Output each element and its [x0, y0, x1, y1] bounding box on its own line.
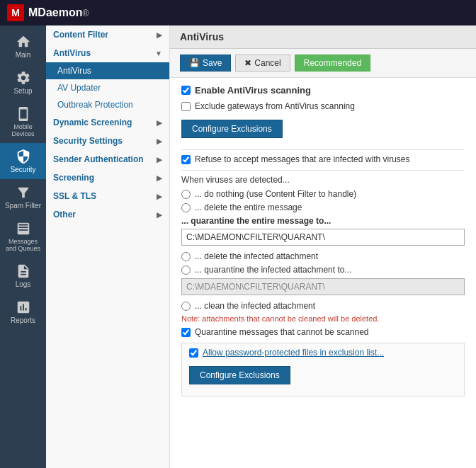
save-button[interactable]: 💾 Save — [180, 55, 231, 72]
quarantine-label: ... quarantine the entire message to... — [181, 216, 465, 226]
sidebar-item-messages[interactable]: Messages and Queues — [0, 215, 46, 258]
sidebar-mid: Content Filter ▶ AntiVirus ▼ AntiVirus A… — [46, 25, 170, 468]
option-delete-msg-radio[interactable] — [181, 203, 191, 212]
nav-dynamic-screening[interactable]: Dynamic Screening ▶ — [46, 113, 169, 132]
sidebar-item-spam[interactable]: Spam Filter — [0, 179, 46, 215]
option-clean-label: ... clean the infected attachment — [195, 301, 315, 311]
nav-outbreak-protection[interactable]: Outbreak Protection — [46, 96, 169, 113]
sidebar-item-reports[interactable]: Reports — [0, 294, 46, 330]
allow-password-checkbox[interactable] — [189, 348, 198, 358]
enable-av-label: Enable AntiVirus scanning — [195, 85, 311, 96]
chevron-right-icon: ▶ — [157, 156, 162, 164]
refuse-infected-checkbox[interactable] — [181, 155, 191, 164]
logo-icon: M — [7, 4, 24, 21]
option-delete-attach-radio[interactable] — [181, 252, 191, 261]
when-detected-label: When viruses are detected... — [181, 175, 465, 185]
top-bar: M MDaemon® — [0, 0, 476, 25]
sidebar-item-main[interactable]: Main — [0, 28, 46, 64]
chevron-down-icon: ▼ — [155, 50, 162, 57]
cancel-button[interactable]: ✖ Cancel — [235, 55, 290, 72]
toolbar: 💾 Save ✖ Cancel Recommended — [170, 49, 476, 78]
chevron-right-icon: ▶ — [157, 174, 162, 182]
option-nothing-label: ... do nothing (use Content Filter to ha… — [195, 189, 356, 199]
quarantine-unscanned-row: Quarantine messages that cannot be scann… — [181, 327, 465, 337]
option-nothing-row: ... do nothing (use Content Filter to ha… — [181, 189, 465, 199]
chevron-right-icon: ▶ — [157, 211, 162, 219]
enable-av-checkbox[interactable] — [181, 86, 191, 95]
nav-sender-auth[interactable]: Sender Authentication ▶ — [46, 150, 169, 169]
option-clean-row: ... clean the infected attachment — [181, 301, 465, 311]
save-icon: 💾 — [189, 58, 200, 68]
option-delete-attach-row: ... delete the infected attachment — [181, 251, 465, 261]
enable-av-row: Enable AntiVirus scanning — [181, 85, 465, 96]
sidebar-item-mobile[interactable]: Mobile Devices — [0, 101, 46, 143]
option-quarantine-attach-label: ... quarantine the infected attachment t… — [195, 265, 351, 275]
chevron-right-icon: ▶ — [157, 31, 162, 39]
page-title: AntiVirus — [170, 25, 476, 49]
nav-av-updater[interactable]: AV Updater — [46, 79, 169, 96]
option-clean-radio[interactable] — [181, 302, 191, 311]
configure-exclusions-area: Configure Exclusions — [181, 117, 465, 145]
logo-area: M MDaemon® — [7, 4, 89, 21]
refuse-infected-row: Refuse to accept messages that are infec… — [181, 154, 465, 164]
configure-exclusions-button[interactable]: Configure Exclusions — [181, 120, 283, 138]
divider — [181, 149, 465, 150]
sidebar-item-security[interactable]: Security — [0, 143, 46, 179]
nav-security-settings[interactable]: Security Settings ▶ — [46, 132, 169, 150]
exclude-gateways-label: Exclude gateways from AntiVirus scanning — [195, 101, 355, 111]
sidebar-left: Main Setup Mobile Devices Security Spam … — [0, 25, 46, 468]
quarantine-unscanned-checkbox[interactable] — [181, 328, 191, 337]
exclude-gateways-checkbox[interactable] — [181, 102, 191, 111]
nav-antivirus[interactable]: AntiVirus — [46, 62, 169, 79]
option-delete-attach-label: ... delete the infected attachment — [195, 251, 318, 261]
option-quarantine-attach-radio[interactable] — [181, 266, 191, 275]
chevron-right-icon: ▶ — [157, 193, 162, 200]
option-nothing-radio[interactable] — [181, 190, 191, 199]
sidebar-item-setup[interactable]: Setup — [0, 64, 46, 101]
configure-exclusions2-button[interactable]: Configure Exclusions — [189, 366, 290, 384]
option-delete-msg-row: ... delete the entire message — [181, 202, 465, 212]
nav-other[interactable]: Other ▶ — [46, 205, 169, 224]
sidebar-item-logs[interactable]: Logs — [0, 258, 46, 294]
sub-checkbox-area: Allow password-protected files in exclus… — [181, 343, 465, 396]
clean-note: Note: attachments that cannot be cleaned… — [181, 314, 465, 323]
option-quarantine-attach-row: ... quarantine the infected attachment t… — [181, 265, 465, 275]
allow-password-label: Allow password-protected files in exclus… — [203, 348, 384, 358]
divider2 — [181, 170, 465, 171]
nav-content-filter[interactable]: Content Filter ▶ — [46, 25, 169, 44]
refuse-infected-label: Refuse to accept messages that are infec… — [195, 154, 410, 164]
quarantine-attach-path-input — [181, 278, 465, 295]
main-layout: Main Setup Mobile Devices Security Spam … — [0, 25, 476, 468]
cancel-icon: ✖ — [244, 58, 251, 68]
option-delete-msg-label: ... delete the entire message — [195, 202, 302, 212]
chevron-right-icon: ▶ — [157, 119, 162, 127]
form-content: Enable AntiVirus scanning Exclude gatewa… — [170, 78, 476, 404]
nav-ssl-tls[interactable]: SSL & TLS ▶ — [46, 187, 169, 205]
exclude-gateways-row: Exclude gateways from AntiVirus scanning — [181, 101, 465, 111]
nav-antivirus-header[interactable]: AntiVirus ▼ — [46, 44, 169, 62]
nav-screening[interactable]: Screening ▶ — [46, 169, 169, 187]
allow-password-row: Allow password-protected files in exclus… — [189, 348, 457, 358]
chevron-right-icon: ▶ — [157, 137, 162, 145]
quarantine-unscanned-label: Quarantine messages that cannot be scann… — [195, 327, 369, 337]
content-area: AntiVirus 💾 Save ✖ Cancel Recommended En… — [170, 25, 476, 468]
recommended-button[interactable]: Recommended — [295, 55, 370, 72]
quarantine-path-input[interactable] — [181, 229, 465, 246]
logo-text: MDaemon® — [28, 6, 89, 19]
